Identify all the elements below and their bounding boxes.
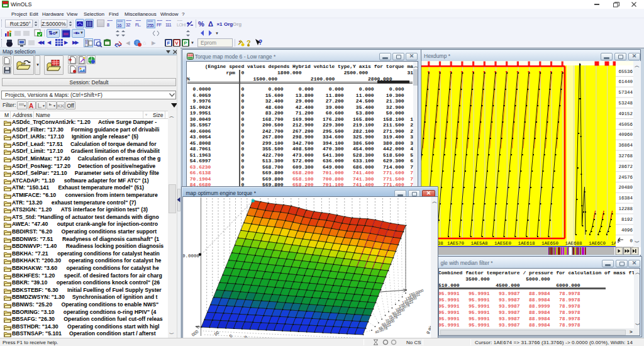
svg-text:1AE650: 1AE650 xyxy=(541,241,559,246)
svg-text:000: 000 xyxy=(191,329,199,337)
svg-text:?: ? xyxy=(258,39,262,46)
svg-text:61440: 61440 xyxy=(618,79,633,84)
svg-text:36864: 36864 xyxy=(618,143,633,148)
svg-text:32768: 32768 xyxy=(618,153,633,159)
svg-text:28672: 28672 xyxy=(618,164,633,169)
svg-text:1AE5A8: 1AE5A8 xyxy=(470,241,487,246)
svg-text:0.0000: 0.0000 xyxy=(183,254,199,259)
svg-text:1AE688: 1AE688 xyxy=(565,241,582,246)
svg-text:1AE570: 1AE570 xyxy=(447,241,465,246)
svg-text:4096: 4096 xyxy=(621,228,633,233)
svg-text:20480: 20480 xyxy=(618,185,633,190)
svg-text:16384: 16384 xyxy=(618,196,633,201)
svg-text:1AE6C0: 1AE6C0 xyxy=(589,241,606,246)
svg-text:57344: 57344 xyxy=(618,90,633,95)
svg-text:KK: KK xyxy=(57,103,65,109)
svg-text:1AE618: 1AE618 xyxy=(518,241,535,246)
svg-text:49152: 49152 xyxy=(618,111,633,116)
svg-text:8192: 8192 xyxy=(621,217,633,222)
svg-text:1AE5E0: 1AE5E0 xyxy=(494,241,512,246)
svg-text:53248: 53248 xyxy=(618,101,633,106)
svg-text:45056: 45056 xyxy=(618,122,633,127)
svg-text:24576: 24576 xyxy=(618,175,633,180)
svg-text:40960: 40960 xyxy=(618,132,633,137)
svg-text:0: 0 xyxy=(630,238,633,243)
svg-text:65536: 65536 xyxy=(618,69,633,74)
svg-text:12288: 12288 xyxy=(618,206,633,211)
svg-text:g air charge (k: g air charge (k xyxy=(425,308,431,335)
svg-text:A: A xyxy=(29,103,33,109)
